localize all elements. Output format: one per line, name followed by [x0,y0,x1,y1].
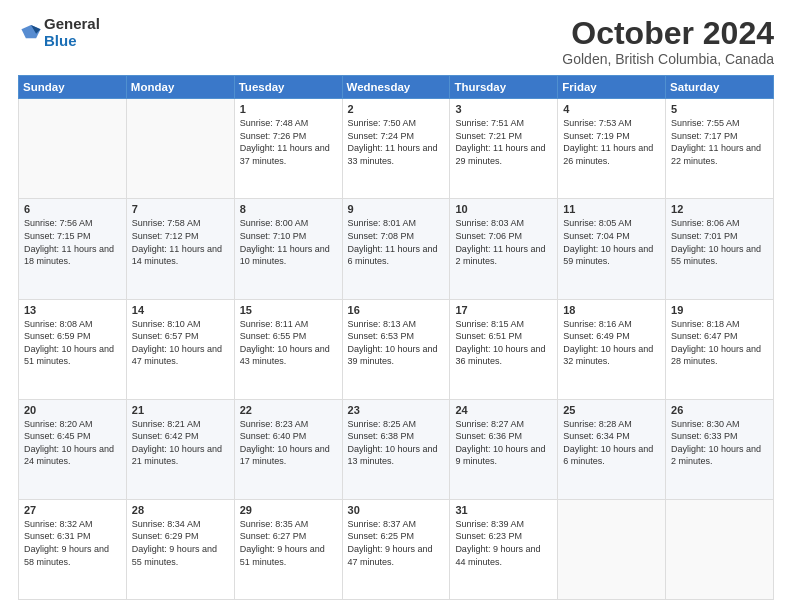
sunrise-text: Sunrise: 7:56 AM [24,218,93,228]
day-info: Sunrise: 8:01 AM Sunset: 7:08 PM Dayligh… [348,217,445,267]
daylight-text: Daylight: 10 hours and 24 minutes. [24,444,114,467]
day-info: Sunrise: 8:34 AM Sunset: 6:29 PM Dayligh… [132,518,229,568]
calendar-cell: 29 Sunrise: 8:35 AM Sunset: 6:27 PM Dayl… [234,499,342,599]
day-info: Sunrise: 8:03 AM Sunset: 7:06 PM Dayligh… [455,217,552,267]
sunset-text: Sunset: 7:12 PM [132,231,199,241]
sunrise-text: Sunrise: 8:11 AM [240,319,309,329]
sunset-text: Sunset: 6:51 PM [455,331,522,341]
sunset-text: Sunset: 6:31 PM [24,531,91,541]
calendar-cell: 26 Sunrise: 8:30 AM Sunset: 6:33 PM Dayl… [666,399,774,499]
sunset-text: Sunset: 6:55 PM [240,331,307,341]
sunset-text: Sunset: 6:34 PM [563,431,630,441]
sunset-text: Sunset: 7:10 PM [240,231,307,241]
sunset-text: Sunset: 7:06 PM [455,231,522,241]
logo-text: General Blue [44,16,100,49]
daylight-text: Daylight: 10 hours and 9 minutes. [455,444,545,467]
sunset-text: Sunset: 7:26 PM [240,131,307,141]
day-info: Sunrise: 8:27 AM Sunset: 6:36 PM Dayligh… [455,418,552,468]
sunrise-text: Sunrise: 8:05 AM [563,218,632,228]
day-info: Sunrise: 7:50 AM Sunset: 7:24 PM Dayligh… [348,117,445,167]
sunrise-text: Sunrise: 7:48 AM [240,118,309,128]
daylight-text: Daylight: 11 hours and 10 minutes. [240,244,330,267]
calendar-cell: 6 Sunrise: 7:56 AM Sunset: 7:15 PM Dayli… [19,199,127,299]
sunset-text: Sunset: 6:42 PM [132,431,199,441]
sunrise-text: Sunrise: 8:30 AM [671,419,740,429]
week-row-4: 20 Sunrise: 8:20 AM Sunset: 6:45 PM Dayl… [19,399,774,499]
calendar-cell [19,99,127,199]
sunset-text: Sunset: 7:19 PM [563,131,630,141]
daylight-text: Daylight: 11 hours and 18 minutes. [24,244,114,267]
day-info: Sunrise: 8:13 AM Sunset: 6:53 PM Dayligh… [348,318,445,368]
calendar-cell: 30 Sunrise: 8:37 AM Sunset: 6:25 PM Dayl… [342,499,450,599]
calendar-cell: 23 Sunrise: 8:25 AM Sunset: 6:38 PM Dayl… [342,399,450,499]
calendar-table: Sunday Monday Tuesday Wednesday Thursday… [18,75,774,600]
calendar-cell: 7 Sunrise: 7:58 AM Sunset: 7:12 PM Dayli… [126,199,234,299]
calendar-cell: 20 Sunrise: 8:20 AM Sunset: 6:45 PM Dayl… [19,399,127,499]
daylight-text: Daylight: 10 hours and 6 minutes. [563,444,653,467]
calendar-cell: 5 Sunrise: 7:55 AM Sunset: 7:17 PM Dayli… [666,99,774,199]
sunset-text: Sunset: 6:29 PM [132,531,199,541]
sunset-text: Sunset: 6:45 PM [24,431,91,441]
day-info: Sunrise: 8:11 AM Sunset: 6:55 PM Dayligh… [240,318,337,368]
sunset-text: Sunset: 7:08 PM [348,231,415,241]
day-number: 21 [132,404,229,416]
col-saturday: Saturday [666,76,774,99]
day-info: Sunrise: 8:15 AM Sunset: 6:51 PM Dayligh… [455,318,552,368]
day-info: Sunrise: 7:51 AM Sunset: 7:21 PM Dayligh… [455,117,552,167]
daylight-text: Daylight: 9 hours and 55 minutes. [132,544,217,567]
calendar-cell: 24 Sunrise: 8:27 AM Sunset: 6:36 PM Dayl… [450,399,558,499]
day-number: 27 [24,504,121,516]
sunrise-text: Sunrise: 8:35 AM [240,519,309,529]
sunrise-text: Sunrise: 8:21 AM [132,419,201,429]
logo-general: General [44,16,100,33]
calendar-cell [666,499,774,599]
daylight-text: Daylight: 9 hours and 58 minutes. [24,544,109,567]
day-number: 17 [455,304,552,316]
calendar-cell [126,99,234,199]
daylight-text: Daylight: 10 hours and 28 minutes. [671,344,761,367]
day-number: 26 [671,404,768,416]
day-info: Sunrise: 8:16 AM Sunset: 6:49 PM Dayligh… [563,318,660,368]
calendar-cell: 9 Sunrise: 8:01 AM Sunset: 7:08 PM Dayli… [342,199,450,299]
sunset-text: Sunset: 7:01 PM [671,231,738,241]
calendar-cell: 1 Sunrise: 7:48 AM Sunset: 7:26 PM Dayli… [234,99,342,199]
day-info: Sunrise: 8:21 AM Sunset: 6:42 PM Dayligh… [132,418,229,468]
logo-blue: Blue [44,33,100,50]
day-number: 15 [240,304,337,316]
day-number: 19 [671,304,768,316]
day-number: 8 [240,203,337,215]
day-info: Sunrise: 8:35 AM Sunset: 6:27 PM Dayligh… [240,518,337,568]
sunset-text: Sunset: 7:04 PM [563,231,630,241]
sunrise-text: Sunrise: 8:18 AM [671,319,740,329]
sunset-text: Sunset: 6:47 PM [671,331,738,341]
calendar-cell: 16 Sunrise: 8:13 AM Sunset: 6:53 PM Dayl… [342,299,450,399]
day-info: Sunrise: 8:20 AM Sunset: 6:45 PM Dayligh… [24,418,121,468]
daylight-text: Daylight: 10 hours and 51 minutes. [24,344,114,367]
day-info: Sunrise: 7:56 AM Sunset: 7:15 PM Dayligh… [24,217,121,267]
day-number: 22 [240,404,337,416]
sunset-text: Sunset: 6:33 PM [671,431,738,441]
sunset-text: Sunset: 6:57 PM [132,331,199,341]
sunrise-text: Sunrise: 8:00 AM [240,218,309,228]
calendar-cell: 25 Sunrise: 8:28 AM Sunset: 6:34 PM Dayl… [558,399,666,499]
calendar-cell: 17 Sunrise: 8:15 AM Sunset: 6:51 PM Dayl… [450,299,558,399]
logo-icon [20,22,42,44]
calendar-cell: 19 Sunrise: 8:18 AM Sunset: 6:47 PM Dayl… [666,299,774,399]
daylight-text: Daylight: 10 hours and 17 minutes. [240,444,330,467]
daylight-text: Daylight: 10 hours and 55 minutes. [671,244,761,267]
sunrise-text: Sunrise: 8:01 AM [348,218,417,228]
day-number: 14 [132,304,229,316]
sunrise-text: Sunrise: 7:55 AM [671,118,740,128]
sunrise-text: Sunrise: 8:20 AM [24,419,93,429]
day-info: Sunrise: 8:23 AM Sunset: 6:40 PM Dayligh… [240,418,337,468]
col-monday: Monday [126,76,234,99]
daylight-text: Daylight: 10 hours and 59 minutes. [563,244,653,267]
daylight-text: Daylight: 11 hours and 29 minutes. [455,143,545,166]
day-info: Sunrise: 8:30 AM Sunset: 6:33 PM Dayligh… [671,418,768,468]
day-number: 11 [563,203,660,215]
daylight-text: Daylight: 10 hours and 21 minutes. [132,444,222,467]
calendar-cell: 12 Sunrise: 8:06 AM Sunset: 7:01 PM Dayl… [666,199,774,299]
sunrise-text: Sunrise: 8:15 AM [455,319,524,329]
calendar-cell: 15 Sunrise: 8:11 AM Sunset: 6:55 PM Dayl… [234,299,342,399]
sunset-text: Sunset: 7:17 PM [671,131,738,141]
